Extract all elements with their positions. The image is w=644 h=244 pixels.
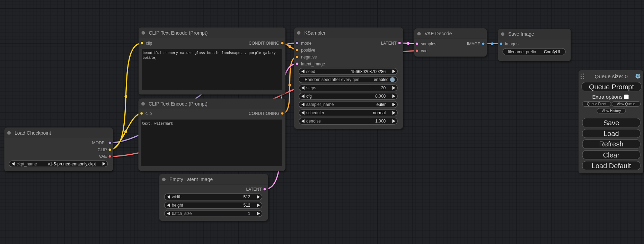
svg-text:View History: View History — [602, 109, 621, 113]
svg-text:v1-5-pruned-emaonly.ckpt: v1-5-pruned-emaonly.ckpt — [48, 162, 96, 166]
svg-text:VAE: VAE — [99, 154, 107, 159]
svg-text:Extra options: Extra options — [592, 94, 623, 100]
svg-text:KSampler: KSampler — [304, 30, 326, 36]
svg-text:Queue Front: Queue Front — [587, 102, 606, 106]
svg-text:scheduler: scheduler — [306, 110, 324, 115]
svg-text:negative: negative — [301, 55, 317, 60]
svg-text:steps: steps — [306, 85, 316, 90]
svg-text:CONDITIONING: CONDITIONING — [249, 111, 280, 116]
svg-text:width: width — [171, 195, 182, 199]
svg-text:ckpt_name: ckpt_name — [17, 162, 37, 166]
svg-text:CLIP Text Encode (Prompt): CLIP Text Encode (Prompt) — [149, 30, 208, 36]
svg-text:samples: samples — [421, 42, 436, 46]
svg-text:clip: clip — [146, 41, 152, 46]
svg-text:20: 20 — [381, 85, 386, 90]
svg-text:IMAGE: IMAGE — [467, 42, 480, 46]
svg-text:156680208700286: 156680208700286 — [351, 69, 386, 74]
svg-text:cfg: cfg — [306, 94, 312, 99]
svg-text:filename_prefix: filename_prefix — [508, 49, 536, 54]
svg-text:Load: Load — [603, 130, 619, 137]
svg-text:text, watermark: text, watermark — [142, 122, 173, 126]
svg-text:seed: seed — [306, 69, 315, 74]
svg-text:model: model — [301, 41, 312, 46]
svg-text:VAE Decode: VAE Decode — [425, 31, 452, 36]
svg-text:height: height — [172, 203, 183, 208]
svg-text:LATENT: LATENT — [381, 41, 397, 46]
svg-text:clip: clip — [145, 111, 152, 116]
svg-text:vae: vae — [421, 48, 428, 53]
svg-text:bottle,: bottle, — [143, 56, 157, 60]
svg-text:euler: euler — [377, 102, 386, 107]
svg-text:Queue size: 0: Queue size: 0 — [594, 73, 628, 79]
svg-text:latent_image: latent_image — [301, 62, 325, 66]
svg-text:Random seed after every gen: Random seed after every gen — [305, 77, 359, 82]
svg-text:8.000: 8.000 — [375, 94, 386, 99]
svg-text:Load Checkpoint: Load Checkpoint — [15, 130, 51, 136]
svg-text:denoise: denoise — [306, 119, 321, 124]
svg-text:images: images — [505, 42, 519, 46]
svg-text:sampler_name: sampler_name — [306, 102, 334, 107]
svg-text:positive: positive — [301, 48, 315, 53]
svg-text:Queue Prompt: Queue Prompt — [589, 83, 634, 91]
svg-text:MODEL: MODEL — [92, 141, 107, 145]
svg-text:CLIP: CLIP — [98, 147, 107, 152]
svg-text:beautiful scenery nature glass: beautiful scenery nature glass bottle la… — [143, 51, 276, 55]
svg-text:512: 512 — [243, 195, 250, 199]
svg-text:Load Default: Load Default — [592, 162, 631, 170]
svg-text:Save Image: Save Image — [508, 31, 534, 37]
svg-text:Refresh: Refresh — [599, 140, 623, 148]
svg-text:CLIP Text Encode (Prompt): CLIP Text Encode (Prompt) — [149, 101, 208, 107]
svg-text:Clear: Clear — [603, 151, 620, 159]
svg-text:LATENT: LATENT — [246, 187, 262, 192]
svg-text:Save: Save — [603, 119, 619, 127]
svg-text:1: 1 — [248, 211, 250, 216]
svg-text:Empty Latent Image: Empty Latent Image — [169, 177, 213, 182]
svg-text:512: 512 — [243, 203, 250, 208]
svg-text:enabled: enabled — [374, 77, 389, 82]
svg-text:batch_size: batch_size — [172, 211, 192, 216]
svg-text:CONDITIONING: CONDITIONING — [249, 41, 280, 46]
svg-text:1.000: 1.000 — [375, 119, 386, 124]
svg-text:normal: normal — [373, 110, 386, 115]
svg-text:ComfyUI: ComfyUI — [544, 49, 560, 54]
svg-text:View Queue: View Queue — [617, 102, 636, 106]
